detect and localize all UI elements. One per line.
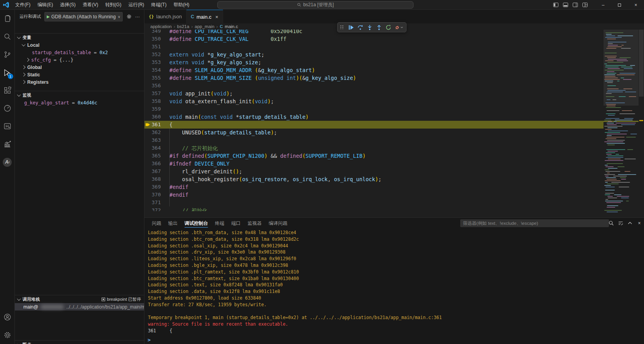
- line-number[interactable]: 358: [146, 97, 161, 105]
- variable-row[interactable]: sfc_cfg = {...}: [15, 56, 144, 64]
- restart-button[interactable]: [384, 23, 393, 32]
- search-sidebar-icon[interactable]: [0, 28, 15, 46]
- variables-header[interactable]: 变量: [15, 34, 144, 41]
- panel-tab-调试控制台[interactable]: 调试控制台: [181, 218, 211, 229]
- customize-layout-icon[interactable]: [582, 2, 588, 8]
- maximize-button[interactable]: [611, 0, 628, 10]
- line-number[interactable]: 360: [146, 113, 161, 121]
- line-number[interactable]: 370: [146, 191, 161, 199]
- source-control-icon[interactable]: [0, 46, 15, 64]
- line-number[interactable]: 355: [146, 74, 161, 82]
- profiler-icon[interactable]: [0, 99, 15, 117]
- tab-main-c[interactable]: C main.c ×: [187, 10, 223, 23]
- stack-frame-row[interactable]: main@ ../../../../application/bs21a/app_…: [15, 303, 144, 310]
- scrollbar-thumb[interactable]: [639, 30, 644, 97]
- disconnect-button[interactable]: [393, 23, 405, 32]
- panel-tab-问题[interactable]: 问题: [148, 218, 165, 229]
- command-center[interactable]: bs21a [管理员]: [217, 1, 413, 9]
- line-number[interactable]: 353: [146, 58, 161, 66]
- variable-row[interactable]: startup_details_table = 0x2: [15, 49, 144, 56]
- line-number[interactable]: 359: [146, 105, 161, 113]
- step-out-button[interactable]: [374, 23, 384, 32]
- breadcrumb-item[interactable]: application: [150, 24, 172, 29]
- panel-tab-端口[interactable]: 端口: [228, 218, 244, 229]
- step-over-button[interactable]: [355, 23, 365, 32]
- line-number[interactable]: 364: [146, 144, 161, 152]
- menu-item[interactable]: 查看(V): [79, 0, 102, 10]
- debug-settings-gear-icon[interactable]: [125, 12, 133, 21]
- menu-item[interactable]: 终端(T): [148, 0, 170, 10]
- call-stack-header[interactable]: 调用堆栈 breakpoint 已暂停: [15, 295, 144, 303]
- settings-gear-icon[interactable]: [0, 326, 15, 344]
- line-number[interactable]: 351: [146, 43, 161, 51]
- line-number[interactable]: 350: [146, 35, 161, 43]
- tab-launch-json[interactable]: {} launch.json: [144, 10, 187, 23]
- line-number[interactable]: 366: [146, 160, 161, 168]
- debug-console-input[interactable]: >: [144, 335, 644, 344]
- menu-item[interactable]: 帮助(H): [170, 0, 193, 10]
- line-number[interactable]: 356: [146, 82, 161, 90]
- minimap-line: [607, 71, 614, 72]
- line-number[interactable]: 369: [146, 183, 161, 191]
- explorer-icon[interactable]: [0, 10, 15, 28]
- breadcrumb-item[interactable]: main.c: [225, 24, 238, 29]
- menu-item[interactable]: 选择(S): [56, 0, 79, 10]
- line-number[interactable]: 357: [146, 90, 161, 97]
- start-debug-icon[interactable]: ▶: [47, 14, 50, 19]
- account-icon[interactable]: [0, 308, 15, 326]
- line-number[interactable]: 354: [146, 66, 161, 74]
- panel-tab-编译问题[interactable]: 编译问题: [265, 218, 291, 229]
- extensions-icon[interactable]: [0, 81, 15, 99]
- debug-config-dropdown[interactable]: ▶ GDB Attach (Attach to Running Proc ∨: [44, 12, 123, 21]
- line-number[interactable]: 367: [146, 168, 161, 175]
- toggle-panel-icon[interactable]: [563, 2, 568, 8]
- chart-analyzer-icon[interactable]: [0, 135, 15, 153]
- run-debug-icon[interactable]: 1: [0, 64, 15, 81]
- line-number[interactable]: 368: [146, 175, 161, 183]
- code-editor[interactable]: 349#define CPU_TRACE_CLK_REG 0x5200410c3…: [144, 30, 644, 217]
- minimap[interactable]: [604, 30, 639, 217]
- line-number[interactable]: 349: [146, 30, 161, 35]
- panel-tab-终端[interactable]: 终端: [211, 218, 228, 229]
- toolbar-gripper[interactable]: [340, 25, 344, 30]
- toggle-sidebar-icon[interactable]: [553, 2, 559, 8]
- breakpoints-header[interactable]: 断点: [15, 340, 144, 344]
- debug-console-output[interactable]: Loading section .bth_rom_data, size 0x48…: [144, 229, 644, 335]
- breadcrumb-item[interactable]: app_main: [195, 24, 215, 29]
- scope-local[interactable]: Local: [15, 41, 144, 49]
- close-button[interactable]: ×: [628, 0, 644, 10]
- continue-button[interactable]: [346, 23, 355, 32]
- clear-console-icon[interactable]: [617, 219, 625, 227]
- vertical-scrollbar[interactable]: [639, 30, 644, 217]
- menu-item[interactable]: 文件(F): [12, 0, 34, 10]
- step-into-button[interactable]: [365, 23, 374, 32]
- line-number[interactable]: 365: [146, 152, 161, 160]
- more-actions-icon[interactable]: ···: [133, 12, 142, 21]
- line-number[interactable]: 362: [146, 129, 161, 136]
- line-number[interactable]: 363: [146, 136, 161, 144]
- find-icon[interactable]: [607, 219, 615, 227]
- scope-registers[interactable]: Registers: [15, 78, 144, 86]
- close-tab-icon[interactable]: ×: [215, 14, 218, 20]
- scope-global[interactable]: Global: [15, 64, 144, 71]
- close-panel-icon[interactable]: ×: [635, 219, 643, 227]
- breadcrumb-item[interactable]: bs21a: [177, 24, 189, 29]
- scope-static[interactable]: Static: [15, 71, 144, 78]
- maximize-panel-icon[interactable]: [626, 219, 634, 227]
- panel-tab-监视器[interactable]: 监视器: [244, 218, 265, 229]
- menu-item[interactable]: 编辑(E): [34, 0, 56, 10]
- panel-tab-输出[interactable]: 输出: [165, 218, 181, 229]
- line-number[interactable]: 352: [146, 51, 161, 58]
- line-number[interactable]: 372: [146, 206, 161, 211]
- ai-assistant-icon[interactable]: Ai: [0, 153, 15, 171]
- menu-item[interactable]: 运行(R): [125, 0, 148, 10]
- hispark-tool-icon[interactable]: [0, 117, 15, 135]
- line-number[interactable]: 371: [146, 199, 161, 206]
- toggle-secondary-sidebar-icon[interactable]: [572, 2, 578, 8]
- minimize-button[interactable]: –: [595, 0, 611, 10]
- console-filter-input[interactable]: 筛选器(例如 text、!exclude、\escape): [460, 219, 609, 227]
- menu-item[interactable]: 转到(G): [102, 0, 125, 10]
- watch-row[interactable]: g_key_algo_start = 0x4d46c: [15, 99, 144, 106]
- watch-header[interactable]: 监视: [15, 91, 144, 99]
- minimap-slider[interactable]: [604, 30, 639, 106]
